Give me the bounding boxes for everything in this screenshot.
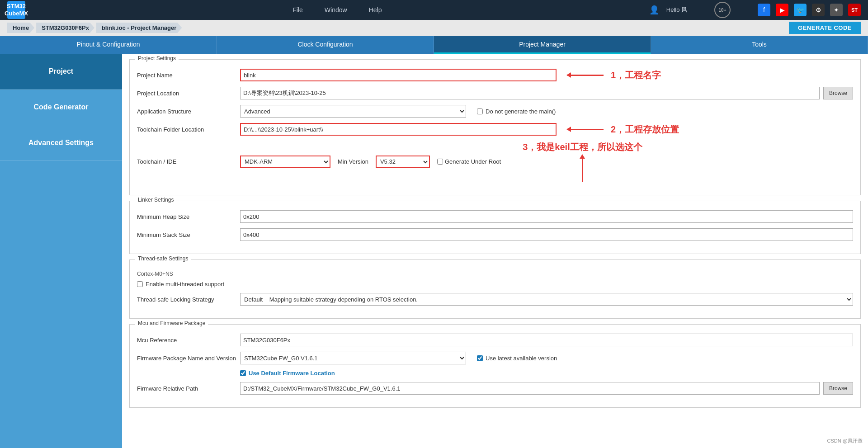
tab-tools[interactable]: Tools bbox=[651, 36, 868, 54]
app-structure-select[interactable]: Advanced bbox=[240, 105, 466, 118]
project-name-input[interactable] bbox=[240, 69, 557, 81]
user-area: 👤 Hello 风 bbox=[649, 5, 687, 15]
menu-window[interactable]: Window bbox=[325, 6, 347, 14]
fw-pkg-row: Firmware Package Name and Version STM32C… bbox=[137, 352, 853, 364]
sidebar-item-advanced-settings[interactable]: Advanced Settings bbox=[0, 125, 122, 161]
project-settings-section: Project Settings Project Name 1，工程名字 bbox=[129, 59, 861, 195]
twitter-icon[interactable]: 🐦 bbox=[794, 4, 807, 16]
project-settings-label: Project Settings bbox=[135, 55, 179, 61]
breadcrumb-mcu[interactable]: STM32G030F6Px bbox=[36, 23, 94, 33]
sidebar: Project Code Generator Advanced Settings bbox=[0, 54, 122, 448]
github-icon[interactable]: ⚙ bbox=[812, 4, 825, 16]
use-default-fw-label: Use Default Firmware Location bbox=[249, 370, 335, 377]
project-location-label: Project Location bbox=[137, 90, 236, 97]
generate-under-root-label: Generate Under Root bbox=[445, 158, 501, 165]
enable-mt-row: Enable multi-threaded support bbox=[137, 281, 853, 288]
mcu-firmware-section: Mcu and Firmware Package Mcu Reference F… bbox=[129, 324, 861, 408]
min-version-select[interactable]: V5.32 bbox=[376, 156, 430, 168]
thread-safe-content: Cortex-M0+NS Enable multi-threaded suppo… bbox=[130, 260, 860, 318]
min-stack-row: Minimum Stack Size bbox=[137, 228, 853, 241]
mcu-ref-row: Mcu Reference bbox=[137, 334, 853, 346]
enable-mt-label: Enable multi-threaded support bbox=[146, 281, 224, 288]
cortex-subsection-title: Cortex-M0+NS bbox=[137, 271, 853, 277]
use-latest-label: Use latest available version bbox=[486, 355, 557, 362]
mcu-ref-input[interactable] bbox=[240, 334, 853, 346]
min-heap-input[interactable] bbox=[240, 210, 853, 223]
tab-pinout[interactable]: Pinout & Configuration bbox=[0, 36, 217, 54]
generate-under-root-checkbox[interactable] bbox=[437, 159, 443, 165]
main-content: Project Code Generator Advanced Settings… bbox=[0, 54, 868, 448]
locking-strategy-select[interactable]: Default – Mapping suitable strategy depe… bbox=[240, 293, 853, 306]
app-structure-row: Application Structure Advanced Do not ge… bbox=[137, 105, 853, 118]
fw-browse-button[interactable]: Browse bbox=[823, 382, 853, 395]
linker-settings-content: Minimum Heap Size Minimum Stack Size bbox=[130, 201, 860, 254]
toolchain-ide-select[interactable]: MDK-ARM bbox=[240, 156, 330, 168]
project-name-label: Project Name bbox=[137, 72, 236, 79]
do-not-generate-label: Do not generate the main() bbox=[486, 108, 556, 115]
annotation-2: 2，工程存放位置 bbox=[611, 123, 679, 136]
sidebar-item-code-generator[interactable]: Code Generator bbox=[0, 90, 122, 125]
locking-strategy-row: Thread-safe Locking Strategy Default – M… bbox=[137, 293, 853, 306]
annotation-1: 1，工程名字 bbox=[611, 69, 661, 81]
do-not-generate-checkbox[interactable] bbox=[477, 108, 483, 114]
social-icons: f ▶ 🐦 ⚙ ✦ ST bbox=[758, 4, 861, 16]
toolchain-ide-row: Toolchain / IDE MDK-ARM Min Version V5.3… bbox=[137, 141, 853, 182]
thread-safe-label: Thread-safe Settings bbox=[135, 255, 191, 262]
logo: STM32 CubeMX bbox=[7, 1, 25, 19]
project-name-row: Project Name 1，工程名字 bbox=[137, 69, 853, 81]
min-heap-label: Minimum Heap Size bbox=[137, 213, 236, 220]
st-icon[interactable]: ST bbox=[848, 4, 861, 16]
project-location-browse[interactable]: Browse bbox=[823, 87, 853, 99]
breadcrumb: Home STM32G030F6Px blink.ioc - Project M… bbox=[0, 20, 868, 36]
app-structure-label: Application Structure bbox=[137, 108, 236, 115]
tab-project-manager[interactable]: Project Manager bbox=[434, 36, 651, 54]
use-default-fw-checkbox[interactable] bbox=[240, 370, 246, 376]
star-icon[interactable]: ✦ bbox=[830, 4, 843, 16]
toolchain-folder-label: Toolchain Folder Location bbox=[137, 126, 236, 133]
facebook-icon[interactable]: f bbox=[758, 4, 770, 16]
sidebar-item-project[interactable]: Project bbox=[0, 54, 122, 90]
breadcrumb-project[interactable]: blink.ioc - Project Manager bbox=[96, 23, 182, 33]
fw-pkg-select[interactable]: STM32Cube FW_G0 V1.6.1 bbox=[240, 352, 466, 364]
fw-relative-path-label: Firmware Relative Path bbox=[137, 385, 236, 392]
breadcrumb-home[interactable]: Home bbox=[7, 23, 34, 33]
min-heap-row: Minimum Heap Size bbox=[137, 210, 853, 223]
linker-settings-section: Linker Settings Minimum Heap Size Minimu… bbox=[129, 201, 861, 254]
toolchain-folder-input[interactable] bbox=[240, 123, 557, 136]
use-latest-row: Use latest available version bbox=[477, 355, 557, 362]
use-default-fw-row: Use Default Firmware Location bbox=[240, 370, 853, 377]
arrow-to-folder bbox=[567, 129, 604, 130]
menu-help[interactable]: Help bbox=[369, 6, 382, 14]
menu-bar: File Window Help bbox=[52, 6, 622, 14]
toolchain-folder-row: Toolchain Folder Location 2，工程存放位置 bbox=[137, 123, 853, 136]
generate-code-button[interactable]: GENERATE CODE bbox=[789, 22, 861, 34]
linker-settings-label: Linker Settings bbox=[135, 197, 176, 203]
menu-file[interactable]: File bbox=[292, 6, 303, 14]
project-location-row: Project Location Browse bbox=[137, 87, 853, 99]
locking-strategy-label: Thread-safe Locking Strategy bbox=[137, 296, 236, 303]
mcu-ref-label: Mcu Reference bbox=[137, 337, 236, 344]
tab-clock[interactable]: Clock Configuration bbox=[217, 36, 434, 54]
use-latest-checkbox[interactable] bbox=[477, 355, 483, 361]
project-location-input[interactable] bbox=[240, 87, 820, 99]
top-nav: STM32 CubeMX File Window Help 👤 Hello 风 … bbox=[0, 0, 868, 20]
arrow-to-name bbox=[567, 75, 604, 76]
toolchain-controls: MDK-ARM Min Version V5.32 Generate Under… bbox=[240, 156, 501, 168]
logo-area: STM32 CubeMX bbox=[7, 1, 25, 19]
project-settings-content: Project Name 1，工程名字 Project Location Bro… bbox=[130, 60, 860, 195]
fw-relative-path-input[interactable] bbox=[240, 382, 820, 395]
generate-under-root-row: Generate Under Root bbox=[437, 158, 501, 165]
user-label: Hello 风 bbox=[666, 6, 687, 14]
enable-mt-checkbox[interactable] bbox=[137, 281, 143, 287]
thread-safe-section: Thread-safe Settings Cortex-M0+NS Enable… bbox=[129, 259, 861, 319]
toolchain-ide-label: Toolchain / IDE bbox=[137, 158, 236, 165]
main-tabs: Pinout & Configuration Clock Configurati… bbox=[0, 36, 868, 54]
arrow-up-to-toolchain bbox=[582, 155, 583, 182]
min-version-label: Min Version bbox=[338, 158, 368, 165]
watermark: CSDN @凤汗章 bbox=[827, 438, 863, 444]
youtube-icon[interactable]: ▶ bbox=[776, 4, 788, 16]
badge-icon: 10+ bbox=[714, 2, 731, 18]
min-stack-input[interactable] bbox=[240, 228, 853, 241]
mcu-firmware-label: Mcu and Firmware Package bbox=[135, 320, 208, 326]
do-not-generate-row: Do not generate the main() bbox=[477, 108, 556, 115]
